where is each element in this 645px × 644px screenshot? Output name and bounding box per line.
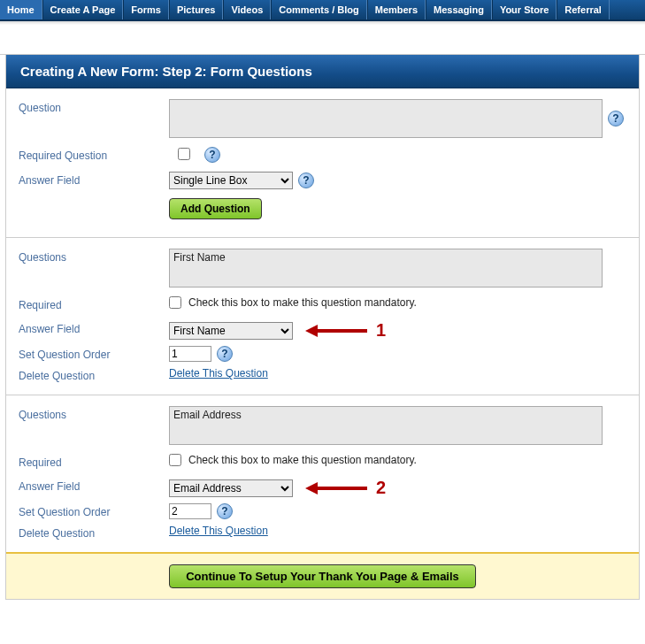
- label-answer-field: Answer Field: [19, 478, 169, 493]
- label-answer-field: Answer Field: [19, 172, 169, 187]
- nav-your-store[interactable]: Your Store: [492, 0, 557, 19]
- question-value[interactable]: First Name: [169, 249, 603, 288]
- panel-title: Creating A New Form: Step 2: Form Questi…: [6, 55, 639, 88]
- nav-members[interactable]: Members: [367, 0, 426, 19]
- order-input[interactable]: [169, 346, 211, 362]
- footer-bar: Continue To Setup Your Thank You Page & …: [6, 552, 639, 599]
- label-questions: Questions: [19, 249, 169, 264]
- continue-button[interactable]: Continue To Setup Your Thank You Page & …: [169, 564, 476, 588]
- nav-messaging[interactable]: Messaging: [426, 0, 492, 19]
- question-block: Questions First Name Required Check this…: [6, 237, 639, 395]
- label-required: Required: [19, 296, 169, 311]
- nav-home[interactable]: Home: [0, 0, 42, 19]
- nav-comments-blog[interactable]: Comments / Blog: [271, 0, 366, 19]
- required-checkbox[interactable]: [178, 148, 190, 160]
- required-text: Check this box to make this question man…: [188, 296, 417, 309]
- label-set-order: Set Question Order: [19, 503, 169, 518]
- form-panel: Creating A New Form: Step 2: Form Questi…: [5, 55, 640, 600]
- add-question-button[interactable]: Add Question: [169, 198, 262, 219]
- label-delete-question: Delete Question: [19, 525, 169, 540]
- help-icon[interactable]: ?: [298, 172, 314, 188]
- order-input[interactable]: [169, 503, 211, 519]
- label-delete-question: Delete Question: [19, 367, 169, 382]
- help-icon[interactable]: ?: [217, 346, 233, 362]
- delete-question-link[interactable]: Delete This Question: [169, 525, 268, 537]
- delete-question-link[interactable]: Delete This Question: [169, 367, 268, 380]
- new-question-section: Question ? Required Question ? Answer Fi…: [6, 88, 639, 237]
- annotation-arrow: 2: [305, 478, 386, 498]
- question-value[interactable]: Email Address: [169, 406, 603, 445]
- page-spacer: [0, 21, 645, 55]
- question-block: Questions Email Address Required Check t…: [6, 395, 639, 552]
- nav-pictures[interactable]: Pictures: [169, 0, 223, 19]
- answer-field-select[interactable]: First Name: [169, 322, 293, 340]
- help-icon[interactable]: ?: [608, 111, 624, 126]
- annotation-arrow: 1: [305, 320, 386, 341]
- arrow-left-icon: [305, 480, 367, 496]
- label-required-question: Required Question: [19, 147, 169, 162]
- annotation-number: 2: [376, 478, 386, 498]
- answer-field-select[interactable]: Email Address: [169, 479, 293, 497]
- label-required: Required: [19, 454, 169, 469]
- nav-referral[interactable]: Referral: [557, 0, 610, 19]
- nav-forms[interactable]: Forms: [123, 0, 169, 19]
- question-input[interactable]: [169, 99, 603, 138]
- label-question: Question: [19, 99, 169, 114]
- required-checkbox[interactable]: [169, 454, 181, 466]
- top-nav: Home Create A Page Forms Pictures Videos…: [0, 0, 645, 21]
- annotation-number: 1: [376, 320, 386, 341]
- label-answer-field: Answer Field: [19, 320, 169, 335]
- label-set-order: Set Question Order: [19, 346, 169, 361]
- required-checkbox[interactable]: [169, 296, 181, 309]
- arrow-left-icon: [305, 323, 367, 339]
- answer-field-select[interactable]: Single Line Box: [169, 172, 293, 189]
- required-text: Check this box to make this question man…: [188, 454, 417, 466]
- label-questions: Questions: [19, 406, 169, 421]
- nav-create-page[interactable]: Create A Page: [42, 0, 124, 19]
- svg-marker-3: [305, 482, 318, 494]
- nav-videos[interactable]: Videos: [223, 0, 271, 19]
- help-icon[interactable]: ?: [204, 147, 220, 163]
- help-icon[interactable]: ?: [217, 503, 233, 519]
- svg-marker-1: [305, 325, 318, 337]
